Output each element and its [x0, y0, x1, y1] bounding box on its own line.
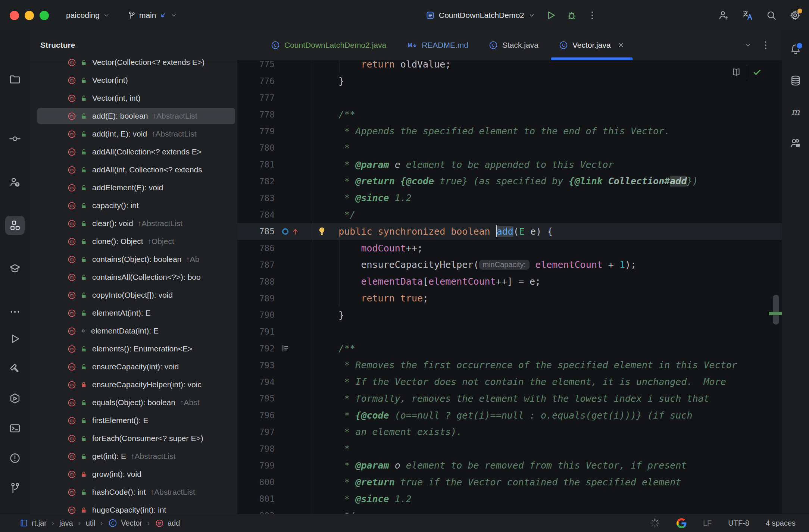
line-number[interactable]: 779: [237, 126, 278, 136]
line-number[interactable]: 781: [237, 160, 278, 169]
code-line[interactable]: 797 * an element exists).: [237, 424, 782, 441]
editor-scrollbar-thumb[interactable]: [773, 295, 779, 325]
commit-tool[interactable]: [5, 129, 25, 148]
debug-button[interactable]: [566, 10, 577, 21]
tab-CountDownLatchDemo2.java[interactable]: CCountDownLatchDemo2.java: [260, 31, 396, 60]
structure-item[interactable]: mhugeCapacity(int): int: [30, 501, 237, 514]
structure-item[interactable]: melementData(int): E: [30, 322, 237, 340]
arrow-up-red-icon[interactable]: [291, 227, 300, 236]
override-dot-icon[interactable]: [281, 227, 290, 236]
structure-item[interactable]: melements(): Enumeration<E>: [30, 340, 237, 358]
line-number[interactable]: 787: [237, 260, 278, 270]
code-line[interactable]: 796 * {@code (o==null ? get(i)==null : o…: [237, 407, 782, 424]
minimize-window-button[interactable]: [25, 11, 34, 20]
code-line[interactable]: 792 /**: [237, 340, 782, 357]
breadcrumb-item[interactable]: rt.jar: [19, 519, 47, 528]
more-run-actions-button[interactable]: [587, 10, 597, 21]
settings-button[interactable]: [790, 10, 801, 21]
javadoc-toggle-icon[interactable]: [281, 344, 290, 353]
inspections-ok-icon[interactable]: [752, 68, 762, 77]
code-line[interactable]: 779 * Appends the specified element to t…: [237, 123, 782, 140]
problems-tool[interactable]: [5, 448, 25, 468]
indent-widget[interactable]: 4 spaces: [766, 519, 796, 528]
breadcrumb-item[interactable]: madd: [155, 519, 180, 528]
line-number[interactable]: 789: [237, 294, 278, 303]
structure-item[interactable]: mequals(Object): boolean↑Abst: [30, 394, 237, 411]
code-line[interactable]: 776 }: [237, 73, 782, 90]
code-line[interactable]: 799 * @param o element to be removed fro…: [237, 457, 782, 474]
code-line[interactable]: 788 elementData[elementCount++] = e;: [237, 273, 782, 290]
line-number[interactable]: 780: [237, 143, 278, 153]
tab-options-icon[interactable]: [760, 31, 771, 60]
code-line[interactable]: 778 /**: [237, 106, 782, 123]
terminal-tool[interactable]: [5, 419, 25, 438]
line-number[interactable]: 799: [237, 461, 278, 470]
structure-item[interactable]: madd(E): boolean↑AbstractList: [30, 107, 237, 125]
search-everywhere-icon[interactable]: [766, 10, 777, 21]
code-line[interactable]: 801 * @since 1.2: [237, 491, 782, 507]
structure-item[interactable]: mcontainsAll(Collection<?>): boo: [30, 268, 237, 286]
code-line[interactable]: 800 * @return true if the Vector contain…: [237, 474, 782, 491]
breadcrumb-item[interactable]: java: [59, 519, 73, 528]
line-number[interactable]: 778: [237, 110, 278, 119]
line-number[interactable]: 790: [237, 310, 278, 320]
encoding-widget[interactable]: UTF-8: [728, 519, 749, 528]
line-number[interactable]: 797: [237, 427, 278, 437]
line-number[interactable]: 788: [237, 277, 278, 287]
structure-item[interactable]: mgrow(int): void: [30, 465, 237, 483]
build-tool[interactable]: [5, 359, 25, 378]
line-number[interactable]: 795: [237, 394, 278, 403]
code-line[interactable]: 780 *: [237, 140, 782, 156]
code-line[interactable]: 784 */: [237, 206, 782, 223]
line-number[interactable]: 794: [237, 377, 278, 387]
structure-item[interactable]: mget(int): E↑AbstractList: [30, 447, 237, 465]
maven-tool[interactable]: m: [786, 102, 805, 122]
branch-selector[interactable]: main: [127, 11, 178, 20]
code-line[interactable]: 782 * @return {@code true} (as specified…: [237, 173, 782, 190]
structure-item[interactable]: mVector(int): [30, 71, 237, 89]
line-number[interactable]: 776: [237, 76, 278, 86]
code-line[interactable]: 777: [237, 90, 782, 106]
structure-item[interactable]: maddAll(int, Collection<? extends: [30, 161, 237, 179]
structure-item[interactable]: maddAll(Collection<? extends E>: [30, 143, 237, 161]
run-button[interactable]: [545, 10, 556, 21]
structure-item[interactable]: melementAt(int): E: [30, 304, 237, 322]
structure-tool[interactable]: [5, 216, 25, 235]
code-line[interactable]: 783 * @since 1.2: [237, 190, 782, 206]
code-line[interactable]: 775 return oldValue;: [237, 60, 782, 73]
code-line[interactable]: 787 ensureCapacityHelper(minCapacity: el…: [237, 257, 782, 273]
reader-mode-icon[interactable]: [731, 67, 741, 78]
breadcrumb-item[interactable]: util: [86, 519, 96, 528]
project-selector[interactable]: paicoding: [66, 11, 110, 20]
structure-item[interactable]: mcopyInto(Object[]): void: [30, 286, 237, 304]
services-tool[interactable]: [5, 389, 25, 408]
google-icon[interactable]: [677, 518, 687, 528]
code-line[interactable]: 795 * formally, removes the element with…: [237, 390, 782, 407]
run-configuration-selector[interactable]: CountDownLatchDemo2: [425, 10, 535, 20]
more-tool-windows[interactable]: [5, 302, 25, 322]
line-number[interactable]: 792: [237, 344, 278, 353]
version-control-tool[interactable]: [5, 478, 25, 498]
code-line[interactable]: 781 * @param e element to be appended to…: [237, 156, 782, 173]
structure-item[interactable]: madd(int, E): void↑AbstractList: [30, 125, 237, 143]
close-window-button[interactable]: [10, 11, 19, 20]
notifications[interactable]: [786, 40, 805, 59]
line-number[interactable]: 777: [237, 93, 278, 103]
tab-list-chevron-icon[interactable]: [744, 31, 752, 60]
help-community-tool[interactable]: ?: [5, 172, 25, 192]
line-number[interactable]: 791: [237, 327, 278, 337]
structure-item[interactable]: maddElement(E): void: [30, 179, 237, 197]
breadcrumb-item[interactable]: CVector: [108, 518, 142, 528]
translate-icon[interactable]: [742, 10, 753, 21]
structure-item[interactable]: mVector(Collection<? extends E>): [30, 53, 237, 71]
line-number[interactable]: 800: [237, 477, 278, 487]
line-number[interactable]: 801: [237, 494, 278, 504]
maximize-window-button[interactable]: [40, 11, 49, 20]
structure-item[interactable]: mforEach(Consumer<? super E>): [30, 429, 237, 447]
add-user-icon[interactable]: [718, 10, 729, 21]
tab-README.md[interactable]: MREADME.md: [396, 31, 478, 60]
line-number[interactable]: 796: [237, 410, 278, 420]
structure-item[interactable]: mcapacity(): int: [30, 197, 237, 215]
learn-tool[interactable]: [5, 259, 25, 278]
close-tab-icon[interactable]: [617, 41, 625, 49]
